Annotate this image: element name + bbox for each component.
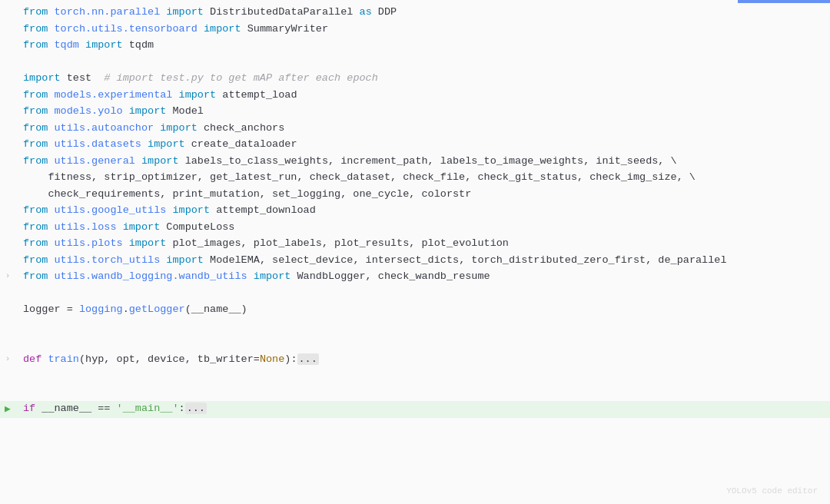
line-content: from utils.google_utils import attempt_d… (17, 203, 830, 219)
token-plain (185, 138, 191, 150)
token-plain (23, 171, 48, 183)
token-plain (290, 270, 297, 282)
token-kw-import: import (23, 72, 61, 84)
line-content: from utils.plots import plot_images, plo… (17, 236, 830, 252)
token-plain: ( (79, 353, 85, 365)
code-line: from torch.nn.parallel import Distribute… (0, 5, 830, 22)
line-gutter (0, 137, 17, 138)
token-plain (23, 188, 48, 200)
token-plain (48, 122, 54, 134)
token-kw-from: from (23, 254, 48, 266)
code-line: from utils.plots import plot_images, plo… (0, 236, 830, 253)
token-import-name: DistributedDataParallel (210, 6, 353, 18)
code-line (0, 55, 830, 71)
line-gutter (0, 55, 17, 55)
token-module: models.yolo (55, 105, 123, 117)
line-content: from models.experimental import attempt_… (17, 88, 830, 104)
token-plain (48, 138, 54, 150)
token-kw-from: from (23, 23, 48, 35)
token-kw-import: import (148, 138, 185, 150)
token-param: hyp, opt, device, tb_writer (85, 353, 254, 365)
line-gutter (0, 38, 17, 38)
token-kw-from: from (23, 204, 48, 216)
token-plain (123, 105, 129, 117)
code-line: from utils.torch_utils import ModelEMA, … (0, 253, 830, 270)
token-module: utils.plots (55, 237, 123, 249)
code-line (0, 385, 830, 402)
code-line: check_requirements, print_mutation, set_… (0, 187, 830, 204)
token-plain (48, 89, 54, 101)
code-line: from utils.google_utils import attempt_d… (0, 203, 830, 220)
token-plain (61, 72, 67, 84)
line-content: from utils.general import labels_to_clas… (17, 154, 830, 170)
token-plain (48, 221, 54, 233)
token-kw-import: import (129, 105, 167, 117)
token-import-name: DDP (378, 6, 397, 18)
token-plain (48, 237, 54, 249)
line-content: check_requirements, print_mutation, set_… (17, 187, 830, 203)
token-kw-if: if (23, 403, 35, 414)
token-module: torch.utils.tensorboard (55, 23, 198, 35)
token-func: logging (79, 303, 123, 315)
line-gutter (0, 154, 17, 154)
token-kw-from: from (23, 138, 48, 150)
token-plain (48, 6, 54, 18)
token-import-name: plot_images, plot_labels, plot_results, … (172, 237, 508, 249)
token-module: utils.torch_utils (55, 254, 161, 266)
token-kw-from: from (23, 105, 48, 117)
token-import-name: __name__ (191, 303, 241, 315)
code-line (0, 319, 830, 336)
token-import-name: ModelEMA, select_device, intersect_dicts… (210, 254, 726, 266)
token-import-name: ComputeLoss (166, 221, 234, 233)
token-import-name: check_requirements, print_mutation, set_… (48, 188, 471, 200)
token-import-name: __name__ (42, 403, 91, 414)
token-plain (91, 72, 104, 84)
token-kw-import: import (85, 39, 123, 51)
token-plain (179, 155, 185, 167)
code-line (0, 286, 830, 303)
token-plain (172, 89, 178, 101)
line-gutter (0, 253, 17, 254)
token-plain: = (254, 353, 260, 365)
token-plain: == (91, 403, 116, 414)
token-kw-from: from (23, 237, 48, 249)
token-kw-from: from (23, 89, 48, 101)
token-import-name: test (67, 72, 91, 84)
token-plain: ( (185, 303, 191, 315)
line-content: if __name__ == '__main__':... (17, 401, 830, 417)
token-kw-from: from (23, 221, 48, 233)
token-import-name: tqdm (129, 39, 154, 51)
line-content: from torch.utils.tensorboard import Summ… (17, 22, 830, 38)
code-line (0, 335, 830, 352)
code-line: ›from utils.wandb_logging.wandb_utils im… (0, 269, 830, 286)
line-content: from utils.torch_utils import ModelEMA, … (17, 253, 830, 269)
token-plain (204, 254, 210, 266)
code-line: from models.yolo import Model (0, 104, 830, 121)
token-comment: # import test.py to get mAP after each e… (104, 72, 377, 84)
fold-indicator[interactable]: › (5, 270, 11, 283)
code-line: from utils.loss import ComputeLoss (0, 220, 830, 237)
token-none-val: None (260, 353, 284, 365)
token-func: train (48, 353, 79, 365)
token-dots: ... (185, 403, 207, 414)
watermark: YOLOv5 code editor (726, 485, 818, 498)
token-kw-as: as (360, 6, 372, 18)
code-area: from torch.nn.parallel import Distribute… (0, 0, 830, 418)
token-plain (123, 39, 129, 51)
token-import-name: labels_to_class_weights, increment_path,… (185, 155, 677, 167)
token-kw-def: def (23, 353, 42, 365)
token-kw-import: import (166, 254, 204, 266)
line-gutter: ▶ (0, 401, 17, 417)
token-module: models.experimental (55, 89, 173, 101)
fold-indicator[interactable]: › (5, 353, 11, 366)
line-content: from torch.nn.parallel import Distribute… (17, 5, 830, 21)
token-module: utils.wandb_logging.wandb_utils (55, 270, 247, 282)
token-plain (353, 6, 359, 18)
token-plain: ) (241, 303, 247, 315)
line-content: from models.yolo import Model (17, 104, 830, 120)
token-kw-import: import (204, 23, 241, 35)
token-plain (210, 204, 216, 216)
token-plain (79, 39, 85, 51)
line-content: logger = logging.getLogger(__name__) (17, 302, 830, 318)
line-content: import test # import test.py to get mAP … (17, 71, 830, 87)
